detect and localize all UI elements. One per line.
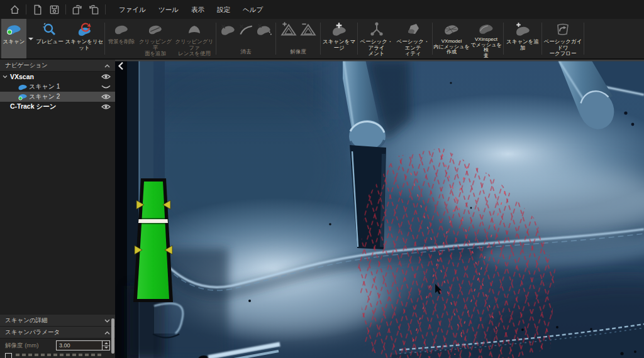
- resolution-label: 解像度 (mm): [5, 342, 56, 350]
- scan-details-title: スキャンの詳細: [5, 317, 48, 325]
- divider: [216, 23, 216, 55]
- create-mesh-vxmodel-button[interactable]: VXmodel 内にメッシュを 作成: [433, 19, 470, 58]
- erase-curve-button[interactable]: [238, 23, 254, 36]
- chevron-up-icon: [104, 62, 110, 69]
- tree-item-ctrack-scene[interactable]: C-Track シーン: [0, 102, 115, 112]
- export-session-icon[interactable]: [88, 4, 99, 15]
- scan-parameters-header[interactable]: スキャンパラメータ: [0, 327, 115, 339]
- viewport-3d[interactable]: [115, 60, 644, 358]
- scan-details-header[interactable]: スキャンの詳細: [0, 315, 115, 327]
- scan-icon: [6, 21, 22, 38]
- preview-icon: [42, 21, 57, 38]
- viewport-3d-scene: [115, 60, 644, 358]
- scan-surface-recording-icon: [16, 93, 29, 100]
- resolution-input[interactable]: [57, 341, 102, 350]
- clipped-checkbox-row: [0, 352, 115, 358]
- resolution-increase-button[interactable]: [280, 22, 297, 37]
- chevron-up-icon: [104, 329, 110, 336]
- resolution-group: 解像度: [277, 19, 319, 58]
- divider: [584, 23, 584, 55]
- clipped-text: [16, 354, 104, 356]
- stepper-up-icon[interactable]: [103, 341, 109, 346]
- erase-mesh-button[interactable]: [219, 23, 236, 36]
- divider: [26, 4, 26, 14]
- resolution-group-label: 解像度: [290, 48, 306, 58]
- divider: [275, 23, 276, 55]
- tree-item-scan-2[interactable]: スキャン 2: [0, 92, 115, 102]
- checkbox[interactable]: [5, 353, 12, 358]
- erase-group-label: 消去: [241, 48, 252, 58]
- home-icon[interactable]: [9, 4, 20, 15]
- divider: [104, 23, 105, 55]
- eye-icon[interactable]: [101, 73, 111, 80]
- tree-item-vxscan[interactable]: VXscan: [0, 72, 115, 82]
- divider: [357, 23, 358, 55]
- save-icon[interactable]: [48, 4, 60, 15]
- import-session-icon[interactable]: [72, 4, 83, 15]
- menu-items: ファイル ツール 表示 設定 ヘルプ: [113, 0, 269, 19]
- tree-item-label: スキャン 1: [29, 82, 60, 91]
- tree-item-label: スキャン 2: [29, 92, 60, 101]
- navigation-title: ナビゲーション: [5, 62, 48, 70]
- sidebar-empty-area: [0, 112, 115, 315]
- use-clipping-reference-icon: [187, 21, 202, 38]
- scan-parameters-title: スキャンパラメータ: [5, 328, 60, 337]
- scan-button[interactable]: スキャン: [1, 19, 26, 58]
- tree-item-scan-1[interactable]: スキャン 1: [0, 82, 115, 92]
- eye-icon[interactable]: [101, 93, 111, 100]
- stepper-down-icon[interactable]: [103, 346, 109, 350]
- delete-background-button[interactable]: 背景を削除: [106, 19, 137, 58]
- inspect-mesh-vxinspect-icon: [478, 21, 494, 36]
- delete-background-icon: [114, 21, 129, 38]
- scan-dropdown-caret[interactable]: [26, 19, 35, 58]
- menu-bar: ファイル ツール 表示 設定 ヘルプ: [0, 0, 644, 19]
- divider: [541, 23, 542, 55]
- divider: [105, 4, 106, 14]
- navigation-header[interactable]: ナビゲーション: [0, 60, 115, 72]
- erase-group: 消去: [217, 19, 275, 58]
- eye-closed-icon[interactable]: [101, 83, 111, 90]
- eye-icon[interactable]: [101, 103, 111, 111]
- basic-entity-button[interactable]: ベーシック・エンテ ィティ: [394, 19, 431, 58]
- tree-item-label: VXscan: [10, 73, 34, 80]
- divider: [432, 23, 433, 55]
- add-scan-icon: [514, 21, 531, 38]
- resolution-decrease-button[interactable]: [299, 22, 317, 37]
- preview-button[interactable]: プレビュー: [35, 19, 65, 58]
- divider: [503, 23, 504, 55]
- tree-item-label: C-Track シーン: [10, 102, 56, 111]
- toolbar: スキャン プレビュー スキャンをリセット: [0, 19, 644, 59]
- basic-alignment-icon: [369, 21, 384, 38]
- reset-scan-button[interactable]: スキャンをリセット: [65, 19, 104, 58]
- basic-entity-icon: [406, 21, 421, 38]
- use-clipping-reference-button[interactable]: クリッピングリファ レンスを使用: [174, 19, 215, 58]
- inspect-mesh-vxinspect-button[interactable]: VXinspect でメッシュを検 査: [470, 19, 502, 58]
- divider: [65, 4, 66, 14]
- chevron-down-icon: [104, 317, 110, 324]
- new-file-icon[interactable]: [32, 4, 43, 15]
- add-clipping-plane-icon: [148, 21, 163, 38]
- menu-tools[interactable]: ツール: [152, 0, 185, 19]
- resolution-stepper: [56, 340, 110, 350]
- sidebar-scrollbar[interactable]: [111, 318, 114, 354]
- basic-guided-workflow-icon: [555, 21, 570, 38]
- scan-surface-icon: [16, 84, 29, 90]
- scan-parameters-panel: 解像度 (mm): [0, 339, 115, 358]
- navigation-sidebar: ナビゲーション VXscan スキャン 1: [0, 60, 115, 358]
- menu-help[interactable]: ヘルプ: [236, 0, 269, 19]
- merge-scans-icon: [331, 21, 347, 38]
- viewport-top-strip: [115, 60, 644, 62]
- add-clipping-plane-button[interactable]: クリッピング平 面を追加: [137, 19, 174, 58]
- menu-file[interactable]: ファイル: [113, 0, 152, 19]
- reset-scan-icon: [76, 21, 92, 38]
- menu-settings[interactable]: 設定: [211, 0, 236, 19]
- add-scan-button[interactable]: スキャンを追加: [504, 19, 541, 58]
- erase-points-button[interactable]: [256, 23, 272, 36]
- merge-scans-button[interactable]: スキャンをマージ: [321, 19, 357, 58]
- chevron-down-icon[interactable]: [0, 75, 10, 79]
- basic-alignment-button[interactable]: ベーシック・アライ メント: [358, 19, 394, 58]
- basic-guided-workflow-button[interactable]: ベーシックガイドワ ークフロー: [543, 19, 583, 58]
- create-mesh-vxmodel-icon: [443, 21, 460, 38]
- menu-view[interactable]: 表示: [185, 0, 211, 19]
- divider: [320, 23, 321, 55]
